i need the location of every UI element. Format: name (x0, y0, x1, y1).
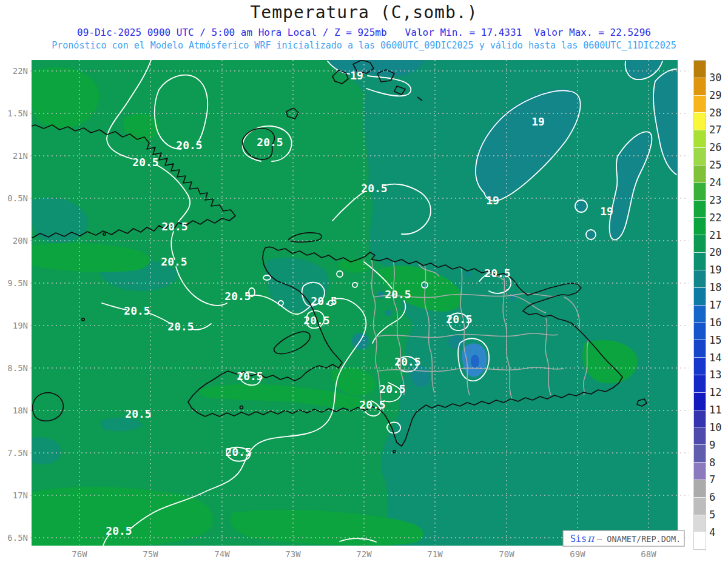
watermark-pi-icon: π (587, 532, 595, 544)
colorbar-label: 6 (709, 491, 715, 503)
svg-text:20.5: 20.5 (106, 524, 132, 537)
lat-axis-label: 1.5N (7, 109, 28, 118)
colorbar-segment (694, 375, 706, 392)
colorbar-label: 9 (709, 439, 715, 451)
colorbar-segment (694, 270, 706, 287)
lon-axis-label: 72W (356, 549, 372, 559)
colorbar-segment (694, 480, 706, 497)
map-canvas: 20.5 20.5 20.5 20.5 20.5 20.5 20.5 20.5 … (0, 0, 728, 562)
lon-axis-label: 68W (641, 549, 656, 559)
lat-axis-label: 19N (13, 321, 28, 330)
svg-text:20.5: 20.5 (379, 383, 405, 395)
colorbar-segment (694, 61, 706, 78)
colorbar-segment (694, 357, 706, 375)
watermark-onamet: – ONAMET/REP.DOM. (597, 534, 681, 544)
lat-axis-label: 22N (13, 66, 28, 76)
colorbar-label: 25 (709, 159, 721, 171)
svg-text:19: 19 (350, 69, 363, 82)
colorbar-segment (694, 165, 706, 182)
colorbar-label: 19 (709, 264, 721, 276)
colorbar-label: 12 (709, 386, 721, 398)
colorbar-segment (694, 217, 706, 235)
colorbar-segment (694, 305, 706, 323)
svg-text:19: 19 (486, 194, 499, 207)
colorbar-segment (694, 392, 706, 410)
lon-axis-label: 74W (214, 549, 230, 559)
svg-text:20.5: 20.5 (361, 182, 387, 195)
colorbar-label: 23 (709, 194, 721, 206)
lon-axis-label: 69W (570, 549, 585, 559)
colorbar-label: 4 (709, 526, 715, 538)
colorbar-segment (694, 200, 706, 218)
svg-text:19: 19 (600, 205, 613, 218)
svg-text:20.5: 20.5 (303, 314, 329, 327)
svg-text:20.5: 20.5 (124, 304, 150, 317)
svg-text:20.5: 20.5 (224, 290, 251, 303)
colorbar-label: 13 (709, 369, 721, 381)
lat-axis-label: 21N (13, 151, 28, 161)
colorbar-segment (694, 130, 706, 147)
colorbar-segment (694, 427, 706, 444)
lon-axis-label: 71W (427, 549, 443, 559)
lon-axis-label: 70W (499, 549, 514, 559)
lon-axis-label: 75W (143, 549, 158, 559)
colorbar-label: 30 (709, 72, 721, 84)
colorbar-segment (694, 340, 706, 357)
colorbar-segment (694, 112, 706, 130)
svg-text:20.5: 20.5 (132, 156, 158, 169)
colorbar-label: 29 (709, 89, 721, 101)
watermark-sis: Sis (570, 534, 587, 544)
svg-text:20.5: 20.5 (225, 446, 251, 458)
lat-axis-label: 20N (13, 236, 28, 246)
colorbar-segment (694, 252, 706, 270)
svg-text:20.5: 20.5 (446, 313, 472, 326)
svg-text:20.5: 20.5 (167, 320, 194, 333)
colorbar-label: 5 (709, 509, 715, 521)
colorbar-segment (694, 532, 706, 549)
lat-axis-label: 18N (13, 406, 28, 415)
colorbar-segment (694, 287, 706, 305)
colorbar-label: 14 (709, 352, 721, 364)
watermark: Sis π – ONAMET/REP.DOM. (563, 530, 684, 546)
colorbar-label: 28 (709, 107, 721, 119)
svg-text:20.5: 20.5 (176, 139, 202, 152)
colorbar-label: 11 (709, 404, 721, 416)
svg-text:20.5: 20.5 (359, 398, 385, 411)
lat-axis-label: 0.5N (7, 193, 28, 203)
colorbar-label: 10 (709, 421, 721, 433)
lat-axis-label: 7.5N (7, 448, 28, 458)
colorbar-label: 20 (709, 246, 721, 258)
svg-text:20.5: 20.5 (161, 220, 187, 233)
lon-axis-label: 73W (285, 549, 301, 559)
svg-text:20.5: 20.5 (257, 136, 283, 149)
colorbar-label: 22 (709, 212, 721, 224)
svg-text:20.5: 20.5 (394, 355, 420, 368)
svg-text:20.5: 20.5 (311, 295, 337, 307)
colorbar-label: 21 (709, 229, 721, 241)
svg-text:20.5: 20.5 (161, 255, 187, 268)
svg-text:20.5: 20.5 (237, 370, 263, 383)
colorbar-segment (694, 462, 706, 480)
colorbar-segment (694, 95, 706, 113)
lat-axis-label: 6.5N (7, 533, 28, 543)
colorbar-segment (694, 322, 706, 340)
colorbar-segment (694, 444, 706, 462)
weather-map-page: Temperatura (C,somb.) 09-Dic-2025 0900 U… (0, 0, 728, 562)
colorbar-label: 8 (709, 457, 715, 469)
svg-text:20.5: 20.5 (125, 407, 151, 420)
colorbar-label: 27 (709, 124, 721, 136)
colorbar-segment (694, 410, 706, 427)
colorbar-label: 17 (709, 299, 721, 311)
lat-axis-label: 8.5N (7, 363, 28, 373)
lat-axis: 22N 1.5N 21N 0.5N 20N 9.5N 19N 8.5N 18N … (7, 66, 28, 543)
colorbar-label: 18 (709, 281, 721, 293)
colorbar-label: 24 (709, 176, 721, 189)
colorbar-segment (694, 497, 706, 515)
colorbar-segment (694, 147, 706, 165)
colorbar-label: 7 (709, 473, 715, 486)
lon-axis-label: 76W (72, 549, 87, 559)
svg-text:20.5: 20.5 (385, 288, 411, 301)
colorbar (693, 60, 706, 550)
lon-axis: 76W 75W 74W 73W 72W 71W 70W 69W 68W (72, 549, 656, 559)
colorbar-label: 15 (709, 334, 721, 346)
